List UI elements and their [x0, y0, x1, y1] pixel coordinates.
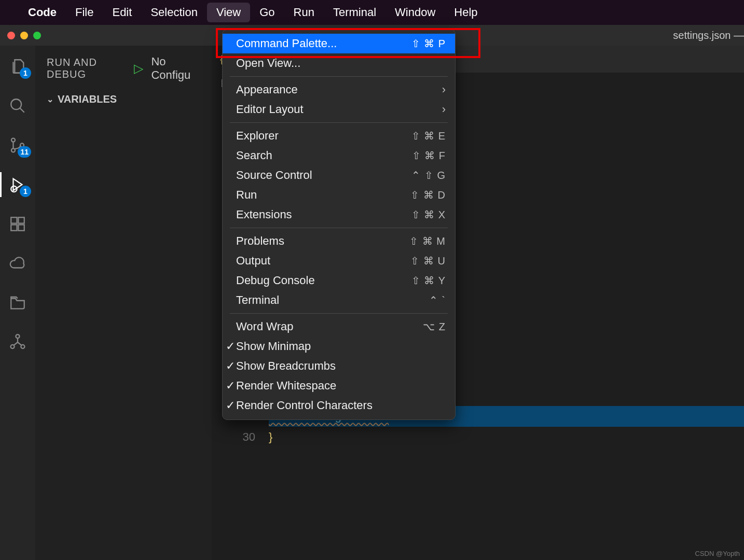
svg-point-0 — [11, 99, 21, 109]
menu-item-terminal[interactable]: Terminal⌃ ` — [223, 290, 455, 310]
variables-label: VARIABLES — [58, 93, 117, 105]
traffic-lights — [7, 32, 41, 39]
search-icon[interactable] — [7, 95, 28, 116]
svg-point-2 — [11, 148, 15, 152]
menu-shortcut: ⌃ ` — [429, 294, 446, 306]
menubar-item-edit[interactable]: Edit — [103, 3, 141, 22]
menu-item-label: Extensions — [236, 208, 411, 221]
run-debug-icon[interactable]: 1 — [7, 174, 28, 195]
menu-shortcut: ⇧ ⌘ Y — [411, 274, 446, 287]
sidebar-title: RUN AND DEBUG — [47, 57, 127, 80]
menu-item-explorer[interactable]: Explorer⇧ ⌘ E — [223, 126, 455, 146]
source-control-icon[interactable]: 11 — [7, 135, 28, 156]
scm-badge: 11 — [18, 146, 31, 158]
check-icon: ✓ — [226, 340, 235, 353]
menubar-item-code[interactable]: Code — [19, 3, 66, 22]
debug-badge: 1 — [20, 186, 31, 197]
svg-point-1 — [11, 138, 15, 142]
menu-shortcut: ⌥ Z — [423, 320, 446, 333]
menubar-item-run[interactable]: Run — [284, 3, 324, 22]
menu-item-word-wrap[interactable]: Word Wrap⌥ Z — [223, 317, 455, 337]
cloud-icon[interactable] — [7, 253, 28, 274]
menu-item-run[interactable]: Run⇧ ⌘ D — [223, 185, 455, 205]
menu-shortcut: ⇧ ⌘ U — [410, 255, 446, 267]
view-menu-dropdown: Command Palette...⇧ ⌘ POpen View...Appea… — [222, 29, 456, 420]
menu-shortcut: ⇧ ⌘ E — [411, 130, 446, 142]
check-icon: ✓ — [226, 359, 235, 373]
activity-bar: 1 11 1 — [0, 46, 35, 560]
chevron-down-icon: ⌄ — [47, 94, 53, 104]
menubar-item-go[interactable]: Go — [250, 3, 284, 22]
explorer-icon[interactable]: 1 — [7, 56, 28, 77]
chevron-right-icon: › — [442, 83, 446, 96]
close-window-button[interactable] — [7, 32, 15, 39]
variables-section-header[interactable]: ⌄ VARIABLES — [47, 93, 200, 105]
svg-rect-7 — [11, 225, 17, 230]
menu-item-output[interactable]: Output⇧ ⌘ U — [223, 251, 455, 271]
menu-item-label: Render Control Characters — [236, 399, 446, 412]
menu-item-debug-console[interactable]: Debug Console⇧ ⌘ Y — [223, 271, 455, 290]
menu-item-label: Source Control — [236, 169, 411, 182]
zoom-window-button[interactable] — [33, 32, 41, 39]
folder-icon[interactable] — [7, 292, 28, 313]
svg-rect-8 — [18, 225, 24, 230]
menu-shortcut: ⇧ ⌘ P — [411, 37, 446, 50]
menu-shortcut: ⇧ ⌘ M — [409, 235, 446, 247]
menu-item-editor-layout[interactable]: Editor Layout› — [223, 100, 455, 119]
menu-item-label: Appearance — [236, 83, 442, 96]
menubar-item-window[interactable]: Window — [385, 3, 445, 22]
menu-item-label: Command Palette... — [236, 37, 411, 50]
config-selector[interactable]: No Configu — [151, 55, 200, 82]
graph-icon[interactable] — [7, 332, 28, 353]
menu-shortcut: ⌃ ⇧ G — [411, 169, 446, 181]
window-title: settings.json — — [673, 30, 744, 41]
menu-shortcut: ⇧ ⌘ F — [412, 149, 446, 162]
chevron-right-icon: › — [442, 103, 446, 116]
menu-item-render-control-characters[interactable]: ✓Render Control Characters — [223, 396, 455, 415]
menu-item-label: Editor Layout — [236, 103, 442, 116]
menu-item-show-breadcrumbs[interactable]: ✓Show Breadcrumbs — [223, 356, 455, 376]
menu-item-show-minimap[interactable]: ✓Show Minimap — [223, 337, 455, 356]
menu-item-label: Terminal — [236, 293, 429, 307]
menu-item-label: Open View... — [236, 57, 446, 70]
minimize-window-button[interactable] — [20, 32, 28, 39]
debug-sidebar: RUN AND DEBUG ▷ No Configu ⌄ VARIABLES — [35, 46, 212, 560]
menubar-item-selection[interactable]: Selection — [141, 3, 207, 22]
menubar-item-terminal[interactable]: Terminal — [324, 3, 385, 22]
menu-item-label: Show Minimap — [236, 340, 446, 353]
menu-item-label: Debug Console — [236, 274, 411, 287]
check-icon: ✓ — [226, 379, 235, 393]
explorer-badge: 1 — [20, 67, 31, 79]
menu-item-label: Run — [236, 188, 410, 202]
svg-point-11 — [21, 345, 24, 348]
menu-item-label: Search — [236, 149, 412, 162]
macos-menubar: Code File Edit Selection View Go Run Ter… — [0, 0, 744, 25]
menu-item-appearance[interactable]: Appearance› — [223, 80, 455, 100]
menu-item-label: Problems — [236, 234, 409, 248]
start-debug-icon[interactable]: ▷ — [134, 61, 144, 76]
svg-point-9 — [16, 334, 19, 338]
check-icon: ✓ — [226, 399, 235, 412]
menu-item-open-view[interactable]: Open View... — [223, 53, 455, 73]
svg-point-10 — [11, 345, 15, 348]
menu-item-label: Word Wrap — [236, 320, 423, 333]
menu-item-render-whitespace[interactable]: ✓Render Whitespace — [223, 376, 455, 396]
menubar-item-help[interactable]: Help — [445, 3, 487, 22]
watermark: CSDN @Yopth — [695, 550, 740, 557]
menu-item-label: Explorer — [236, 129, 411, 143]
menu-item-search[interactable]: Search⇧ ⌘ F — [223, 146, 455, 165]
menubar-item-file[interactable]: File — [66, 3, 103, 22]
extensions-icon[interactable] — [7, 214, 28, 234]
menu-item-source-control[interactable]: Source Control⌃ ⇧ G — [223, 165, 455, 185]
menubar-item-view[interactable]: View — [207, 3, 250, 22]
menu-item-label: Output — [236, 254, 410, 268]
svg-rect-5 — [11, 217, 17, 223]
svg-rect-6 — [18, 217, 24, 223]
menu-item-command-palette[interactable]: Command Palette...⇧ ⌘ P — [223, 34, 455, 53]
menu-shortcut: ⇧ ⌘ X — [411, 208, 446, 221]
menu-item-label: Render Whitespace — [236, 379, 446, 393]
menu-shortcut: ⇧ ⌘ D — [410, 189, 446, 201]
menu-item-problems[interactable]: Problems⇧ ⌘ M — [223, 231, 455, 251]
menu-item-label: Show Breadcrumbs — [236, 359, 446, 373]
menu-item-extensions[interactable]: Extensions⇧ ⌘ X — [223, 205, 455, 225]
